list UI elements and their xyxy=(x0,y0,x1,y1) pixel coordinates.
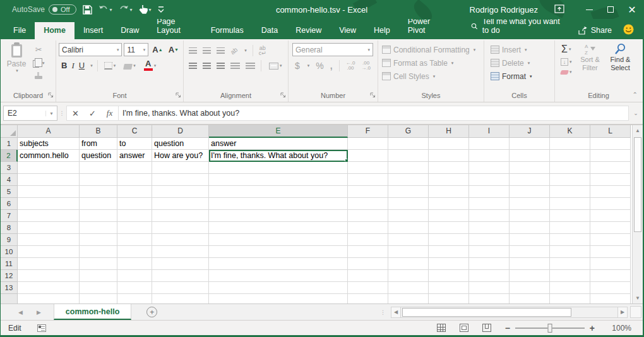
page-break-preview-button[interactable] xyxy=(482,324,491,332)
close-button[interactable]: ✕ xyxy=(621,0,643,19)
cell-L5[interactable] xyxy=(590,186,631,198)
cell-D6[interactable] xyxy=(152,198,209,210)
cell-F6[interactable] xyxy=(348,198,388,210)
cell-J3[interactable] xyxy=(510,162,550,174)
cell-L2[interactable] xyxy=(590,150,631,162)
cell-F11[interactable] xyxy=(348,258,388,270)
cell-A8[interactable] xyxy=(18,222,80,234)
number-format-combo[interactable]: General▾ xyxy=(292,43,373,56)
cell-F9[interactable] xyxy=(348,234,388,246)
italic-button[interactable]: I xyxy=(71,62,74,70)
align-center-icon[interactable] xyxy=(203,63,211,69)
cell-B8[interactable] xyxy=(80,222,117,234)
vertical-scrollbar[interactable]: ▲ ▼ xyxy=(632,125,643,303)
accounting-format-button[interactable]: $ xyxy=(295,61,300,71)
autosum-button[interactable]: Σ▾ xyxy=(559,43,574,56)
cell-D12[interactable] xyxy=(152,270,209,282)
cell-B10[interactable] xyxy=(80,246,117,258)
column-header-E[interactable]: E xyxy=(209,125,348,138)
cell-L14[interactable] xyxy=(590,294,631,303)
row-header-8[interactable]: 8 xyxy=(1,222,18,234)
cell-H11[interactable] xyxy=(429,258,469,270)
cell-H8[interactable] xyxy=(429,222,469,234)
cell-I8[interactable] xyxy=(469,222,510,234)
zoom-out-button[interactable]: − xyxy=(505,325,510,331)
cell-B3[interactable] xyxy=(80,162,117,174)
column-header-I[interactable]: I xyxy=(469,125,510,138)
cell-G14[interactable] xyxy=(388,294,429,303)
cut-button[interactable]: ✂ xyxy=(31,44,47,56)
cell-H13[interactable] xyxy=(429,282,469,294)
column-header-J[interactable]: J xyxy=(510,125,550,138)
cell-E14[interactable] xyxy=(209,294,348,303)
cell-H2[interactable] xyxy=(429,150,469,162)
cell-D5[interactable] xyxy=(152,186,209,198)
cell-A14[interactable] xyxy=(18,294,80,303)
cell-F2[interactable] xyxy=(348,150,388,162)
share-button[interactable]: Share xyxy=(570,22,619,39)
cell-J12[interactable] xyxy=(510,270,550,282)
cell-C11[interactable] xyxy=(117,258,152,270)
tab-view[interactable]: View xyxy=(330,22,365,39)
ribbon-display-options-button[interactable] xyxy=(554,4,564,15)
clipboard-dialog-launcher[interactable] xyxy=(48,91,54,100)
fill-button[interactable]: ↓▾ xyxy=(559,57,574,67)
undo-dropdown[interactable]: ▾ xyxy=(110,7,112,13)
cell-L8[interactable] xyxy=(590,222,631,234)
cell-G13[interactable] xyxy=(388,282,429,294)
tab-file[interactable]: File xyxy=(1,22,35,39)
vertical-scroll-thumb[interactable] xyxy=(634,137,641,232)
cell-styles-button[interactable]: Cell Styles▾ xyxy=(382,70,482,83)
cell-J9[interactable] xyxy=(510,234,550,246)
insert-cells-button[interactable]: Insert▾ xyxy=(491,43,553,56)
tab-scroll-splitter[interactable]: ⋮ xyxy=(380,304,391,320)
conditional-formatting-button[interactable]: Conditional Formatting▾ xyxy=(382,43,482,56)
cell-K13[interactable] xyxy=(550,282,590,294)
redo-dropdown[interactable]: ▾ xyxy=(130,7,133,13)
cell-J13[interactable] xyxy=(510,282,550,294)
cell-D3[interactable] xyxy=(152,162,209,174)
undo-button[interactable]: ▾ xyxy=(98,5,112,14)
cell-I13[interactable] xyxy=(469,282,510,294)
row-header-5[interactable]: 5 xyxy=(1,186,18,198)
cell-E2[interactable]: I'm fine, thanks. What about you? xyxy=(209,150,348,162)
cell-J14[interactable] xyxy=(510,294,550,303)
cell-J11[interactable] xyxy=(510,258,550,270)
cell-D7[interactable] xyxy=(152,210,209,222)
format-as-table-button[interactable]: Format as Table▾ xyxy=(382,56,482,70)
cell-E1[interactable]: answer xyxy=(209,138,348,150)
cell-I7[interactable] xyxy=(469,210,510,222)
cell-L6[interactable] xyxy=(590,198,631,210)
cell-K1[interactable] xyxy=(550,138,590,150)
cell-K8[interactable] xyxy=(550,222,590,234)
align-right-icon[interactable] xyxy=(217,63,225,69)
sort-filter-button[interactable]: AZ Sort & Filter xyxy=(576,43,604,72)
cell-H4[interactable] xyxy=(429,174,469,186)
cell-I10[interactable] xyxy=(469,246,510,258)
cell-D10[interactable] xyxy=(152,246,209,258)
cell-I4[interactable] xyxy=(469,174,510,186)
cell-D14[interactable] xyxy=(152,294,209,303)
cell-K3[interactable] xyxy=(550,162,590,174)
cell-F4[interactable] xyxy=(348,174,388,186)
column-header-C[interactable]: C xyxy=(117,125,152,138)
copy-button[interactable]: ▾ xyxy=(31,58,47,69)
scroll-left-arrow[interactable]: ◀ xyxy=(391,307,401,318)
cell-C14[interactable] xyxy=(117,294,152,303)
row-header-1[interactable]: 1 xyxy=(1,138,18,150)
cell-I9[interactable] xyxy=(469,234,510,246)
cell-B1[interactable]: from xyxy=(80,138,117,150)
cell-H3[interactable] xyxy=(429,162,469,174)
cell-H1[interactable] xyxy=(429,138,469,150)
cell-G9[interactable] xyxy=(388,234,429,246)
column-header-F[interactable]: F xyxy=(348,125,388,138)
decrease-font-size-button[interactable]: A▼ xyxy=(167,45,181,55)
cell-K6[interactable] xyxy=(550,198,590,210)
user-name[interactable]: Rodrigo Rodriguez xyxy=(470,5,538,15)
cell-J8[interactable] xyxy=(510,222,550,234)
cell-G8[interactable] xyxy=(388,222,429,234)
wrap-text-button[interactable]: abc↵ xyxy=(259,46,266,56)
cell-A2[interactable]: common.hello xyxy=(18,150,80,162)
cell-C7[interactable] xyxy=(117,210,152,222)
cell-K9[interactable] xyxy=(550,234,590,246)
